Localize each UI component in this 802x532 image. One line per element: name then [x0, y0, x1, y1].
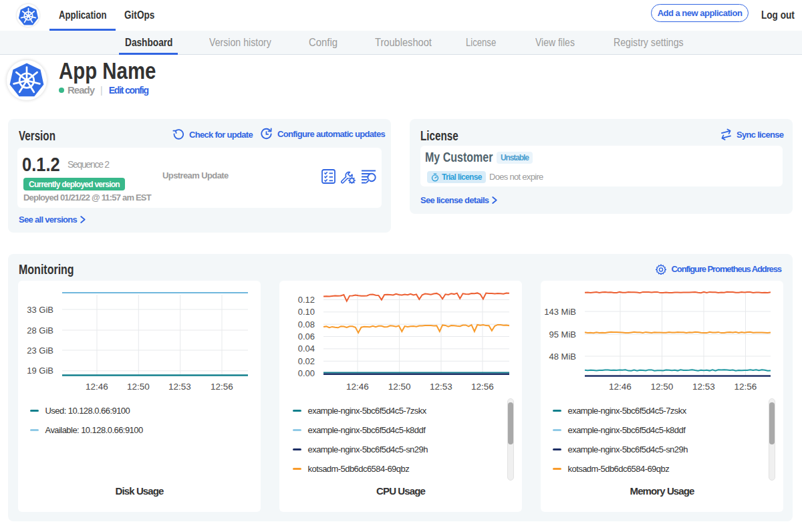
- svg-text:12:46: 12:46: [346, 382, 369, 392]
- svg-text:19 GiB: 19 GiB: [27, 366, 53, 376]
- svg-text:28 GiB: 28 GiB: [27, 325, 53, 336]
- svg-text:12:46: 12:46: [86, 382, 108, 392]
- svg-text:12:50: 12:50: [388, 382, 411, 392]
- svg-text:0.12: 0.12: [298, 295, 315, 305]
- svg-text:48 MiB: 48 MiB: [549, 352, 576, 362]
- svg-text:12:50: 12:50: [127, 382, 150, 392]
- svg-text:0.02: 0.02: [298, 356, 315, 366]
- svg-text:0.04: 0.04: [298, 344, 315, 354]
- svg-text:0.06: 0.06: [298, 331, 315, 342]
- svg-text:12:56: 12:56: [211, 382, 233, 392]
- svg-text:33 GiB: 33 GiB: [27, 305, 53, 315]
- svg-text:95 MiB: 95 MiB: [549, 329, 576, 340]
- svg-text:23 GiB: 23 GiB: [27, 346, 53, 356]
- svg-text:0.08: 0.08: [298, 319, 315, 329]
- svg-text:12:56: 12:56: [734, 382, 757, 392]
- svg-text:12:53: 12:53: [430, 382, 452, 392]
- svg-text:0.00: 0.00: [298, 368, 315, 378]
- svg-text:0.10: 0.10: [298, 307, 315, 317]
- svg-text:12:53: 12:53: [168, 382, 191, 392]
- svg-text:143 MiB: 143 MiB: [544, 307, 576, 317]
- svg-text:12:46: 12:46: [609, 382, 632, 392]
- svg-text:12:50: 12:50: [651, 382, 674, 392]
- svg-text:12:56: 12:56: [471, 382, 494, 392]
- svg-text:12:53: 12:53: [692, 382, 715, 392]
